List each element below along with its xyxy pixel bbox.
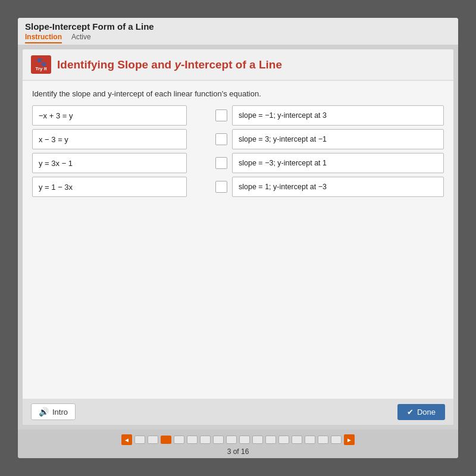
arrows-column <box>187 105 211 197</box>
checkbox-3[interactable] <box>214 153 228 173</box>
nav-dot-16[interactable] <box>331 436 342 444</box>
main-screen: Slope-Intercept Form of a Line Instructi… <box>18 18 458 458</box>
nav-dot-12[interactable] <box>278 436 289 444</box>
navigation-bar: ◄ ► 3 of 16 <box>18 430 458 458</box>
checkbox-4[interactable] <box>214 177 228 197</box>
nav-dot-13[interactable] <box>292 436 302 444</box>
arrow-1-body <box>191 113 206 118</box>
card-title-part2: -Intercept of a Line <box>181 58 282 71</box>
done-button[interactable]: ✔ Done <box>397 404 445 420</box>
checkmark-icon: ✔ <box>407 408 414 416</box>
card-title-italic: y <box>174 58 181 71</box>
card-header: 🐾 Try It Identifying Slope and y-Interce… <box>23 49 453 81</box>
equation-4[interactable]: y = 1 − 3x <box>32 177 187 197</box>
card-body: Identify the slope and y-intercept of ea… <box>23 81 453 399</box>
answer-2[interactable]: slope = 3; y-intercept at −1 <box>232 129 444 149</box>
checkbox-1[interactable] <box>214 105 228 126</box>
equation-1[interactable]: −x + 3 = y <box>32 105 187 126</box>
intro-button-label: Intro <box>52 408 68 416</box>
nav-dot-1[interactable] <box>134 436 145 444</box>
nav-dots: ◄ ► <box>121 434 355 445</box>
answer-3[interactable]: slope = −3; y-intercept at 1 <box>232 153 444 173</box>
try-it-icon: 🐾 <box>35 58 48 66</box>
done-button-label: Done <box>417 408 436 416</box>
content-area: 🐾 Try It Identifying Slope and y-Interce… <box>23 49 453 425</box>
arrow-3[interactable] <box>190 153 208 173</box>
window-title: Slope-Intercept Form of a Line <box>25 21 451 32</box>
equations-column: −x + 3 = y x − 3 = y y = 3x − 1 y = 1 − … <box>32 105 187 197</box>
arrow-2-body <box>191 137 206 142</box>
nav-dot-6[interactable] <box>200 436 211 444</box>
checkbox-2[interactable] <box>214 129 228 149</box>
equation-2[interactable]: x − 3 = y <box>32 129 187 149</box>
nav-dot-5[interactable] <box>187 436 198 444</box>
arrow-4-body <box>191 184 206 189</box>
arrow-3-body <box>191 161 206 165</box>
nav-prev-button[interactable]: ◄ <box>121 434 132 445</box>
checkboxes-column <box>211 105 232 197</box>
nav-next-button[interactable]: ► <box>344 434 355 445</box>
nav-dot-15[interactable] <box>318 436 328 444</box>
instruction-text: Identify the slope and y-intercept of ea… <box>32 89 444 98</box>
answer-1[interactable]: slope = −1; y-intercept at 3 <box>232 105 444 126</box>
nav-dot-3[interactable] <box>161 436 171 444</box>
card-title-part1: Identifying Slope and <box>57 58 174 71</box>
nav-dot-2[interactable] <box>148 436 158 444</box>
tab-active[interactable]: Active <box>71 33 91 43</box>
card-title: Identifying Slope and y-Intercept of a L… <box>57 58 282 71</box>
tab-instruction[interactable]: Instruction <box>25 33 62 43</box>
top-bar: Slope-Intercept Form of a Line Instructi… <box>18 18 458 45</box>
page-label: 3 of 16 <box>227 447 249 456</box>
nav-dot-4[interactable] <box>174 436 184 444</box>
tab-bar: Instruction Active <box>25 33 451 43</box>
try-it-badge: 🐾 Try It <box>31 55 51 74</box>
speaker-icon: 🔊 <box>39 407 49 416</box>
arrow-2[interactable] <box>190 129 208 149</box>
intro-button[interactable]: 🔊 Intro <box>31 403 76 420</box>
bottom-bar: 🔊 Intro ✔ Done <box>23 399 453 425</box>
nav-dot-9[interactable] <box>239 436 250 444</box>
equation-3[interactable]: y = 3x − 1 <box>32 153 187 173</box>
badge-label: Try It <box>35 66 48 71</box>
arrow-4[interactable] <box>190 177 208 197</box>
nav-dot-7[interactable] <box>213 436 224 444</box>
nav-dot-11[interactable] <box>265 436 276 444</box>
nav-dot-10[interactable] <box>252 436 263 444</box>
nav-dot-8[interactable] <box>226 436 237 444</box>
nav-dot-14[interactable] <box>305 436 315 444</box>
answers-column: slope = −1; y-intercept at 3 slope = 3; … <box>232 105 444 197</box>
matching-area: −x + 3 = y x − 3 = y y = 3x − 1 y = 1 − … <box>32 105 444 197</box>
answer-4[interactable]: slope = 1; y-intercept at −3 <box>232 177 444 197</box>
arrow-1[interactable] <box>190 105 208 126</box>
